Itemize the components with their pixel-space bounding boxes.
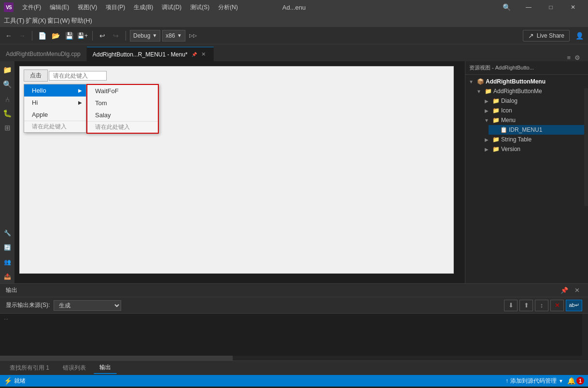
maximize-button[interactable]: □ <box>540 0 562 14</box>
right-panel: 资源视图 - AddRightButto... ▼ 📦 AddRightButt… <box>465 61 588 283</box>
idr-file-icon: 📋 <box>499 126 508 134</box>
output-close-button[interactable]: ✕ <box>572 285 582 296</box>
output-action-1[interactable]: ⬇ <box>504 300 518 311</box>
toolbar-right: ↗ Live Share 👤 <box>523 30 585 42</box>
activity-debug[interactable]: 🐛 <box>0 107 14 120</box>
output-action-4[interactable]: ✕ <box>550 300 564 311</box>
output-action-3[interactable]: ↕ <box>535 300 548 311</box>
menu-build[interactable]: 生成(B) <box>130 2 157 13</box>
top-menu-input[interactable] <box>49 71 107 81</box>
tree-icon-label: Icon <box>501 107 512 114</box>
right-panel-scrollbar[interactable] <box>584 88 588 206</box>
menu-item-hello[interactable]: Hello ▶ <box>24 84 86 97</box>
tree-menu-item[interactable]: ▼ 📁 Menu <box>481 115 588 125</box>
output-content: ... <box>0 314 588 360</box>
search-btn[interactable]: 🔍 <box>499 2 515 13</box>
account-button[interactable]: 👤 <box>574 30 585 42</box>
tree-root-item[interactable]: ▼ 📦 AddRightButtonMenu <box>465 77 588 86</box>
menu-edit[interactable]: 编辑(E) <box>46 2 73 13</box>
root-icon: 📦 <box>476 78 485 85</box>
vs-logo: VS <box>4 2 14 12</box>
activity-search[interactable]: 🔍 <box>0 78 14 91</box>
output-h-scrollbar-thumb[interactable] <box>0 356 233 360</box>
tab-menu[interactable]: AddRightButton...R_MENU1 - Menu* 📌 ✕ <box>87 47 214 61</box>
activity-bottom-2[interactable]: 🔄 <box>0 241 14 254</box>
menu-item-apple[interactable]: Apple <box>24 109 86 121</box>
string-table-arrow: ▶ <box>483 137 490 142</box>
menu-tools[interactable]: 工具(T) <box>4 16 25 25</box>
tree-root-label: AddRightButtonMenu <box>486 78 546 85</box>
tree-project-item[interactable]: ▼ 📁 AddRightButtonMe <box>473 86 588 96</box>
menu-bottom-input[interactable]: 请在此处键入 <box>24 121 86 132</box>
activity-explorer[interactable]: 📁 <box>0 63 14 77</box>
menu-test[interactable]: 测试(S) <box>186 2 213 13</box>
bottom-tab-output[interactable]: 输出 <box>94 362 117 374</box>
activity-bottom-4[interactable]: 📤 <box>0 270 14 283</box>
output-action-2[interactable]: ⬆ <box>519 300 533 311</box>
tree-version-item[interactable]: ▶ 📁 Version <box>481 144 588 154</box>
menu-window[interactable]: 窗口(W) <box>47 16 70 25</box>
close-button[interactable]: ✕ <box>562 0 584 14</box>
save-button[interactable]: 💾 <box>63 30 75 42</box>
save-all-button[interactable]: 💾+ <box>77 30 88 42</box>
back-button[interactable]: ← <box>3 30 14 42</box>
open-button[interactable]: 📂 <box>50 30 61 42</box>
submenu-item-tom[interactable]: Tom <box>87 97 158 109</box>
undo-button[interactable]: ↩ <box>97 30 108 42</box>
output-h-scrollbar-track[interactable] <box>0 356 582 360</box>
menu-item-hi[interactable]: Hi ▶ <box>24 97 86 109</box>
menu-analyze[interactable]: 分析(N) <box>214 2 242 13</box>
bottom-tabs: 查找所有引用 1 错误列表 输出 <box>0 360 588 375</box>
tab-close-button[interactable]: ✕ <box>200 51 208 58</box>
tab-cpp-label: AddRightButtonMenuDlg.cpp <box>6 51 81 57</box>
tree-string-table-label: String Table <box>501 136 532 143</box>
status-lightning-icon: ⚡ <box>4 377 12 385</box>
status-source-control[interactable]: ↑ 添加到源代码管理 ▼ <box>505 377 563 385</box>
activity-git[interactable]: ⑃ <box>0 92 14 106</box>
tree-idr-menu1-item[interactable]: 📋 IDR_MENU1 <box>489 125 588 135</box>
live-share-button[interactable]: ↗ Live Share <box>523 30 570 42</box>
forward-button[interactable]: → <box>16 30 28 42</box>
tab-settings-button[interactable]: ⚙ <box>574 54 580 61</box>
output-source-select[interactable]: 生成 <box>54 300 121 311</box>
menu-view[interactable]: 视图(V) <box>74 2 101 13</box>
output-title-label: 输出 <box>6 286 17 294</box>
more-toolbar-button[interactable]: ▷▷ <box>187 30 199 42</box>
click-button[interactable]: 点击 <box>24 69 48 82</box>
menu-file[interactable]: 文件(F) <box>18 2 45 13</box>
bottom-tab-findall[interactable]: 查找所有引用 1 <box>4 362 55 374</box>
activity-extensions[interactable]: ⊞ <box>0 121 14 135</box>
submenu-item-waitfof[interactable]: WaitFoF <box>87 85 158 97</box>
redo-button[interactable]: ↪ <box>110 30 122 42</box>
notification-badge: 1 <box>576 377 584 385</box>
tab-cpp[interactable]: AddRightButtonMenuDlg.cpp <box>0 47 87 61</box>
tree-icon-item[interactable]: ▶ 📁 Icon <box>481 106 588 115</box>
status-left: ⚡ 就绪 <box>4 377 26 385</box>
output-v-scrollbar[interactable] <box>582 314 588 360</box>
activity-bottom-3[interactable]: 👥 <box>0 255 14 269</box>
tab-menu-label: AddRightButton...R_MENU1 - Menu* <box>93 51 188 58</box>
tree-string-table-item[interactable]: ▶ 📁 String Table <box>481 135 588 144</box>
submenu-bottom-input[interactable]: 请在此处键入 <box>87 121 158 133</box>
menu-children: 📋 IDR_MENU1 <box>481 125 588 135</box>
menu-extensions[interactable]: 扩展(X) <box>26 16 46 25</box>
tab-toolbar: ≡ ⚙ <box>567 54 588 61</box>
menu-debug[interactable]: 调试(D) <box>158 2 185 13</box>
tab-overflow-button[interactable]: ≡ <box>567 54 571 61</box>
activity-bottom-1[interactable]: 🔧 <box>0 226 14 240</box>
submenu-item-salay[interactable]: Salay <box>87 109 158 121</box>
dialog-arrow: ▶ <box>483 98 490 104</box>
minimize-button[interactable]: — <box>518 0 540 14</box>
debug-config-dropdown[interactable]: Debug ▼ <box>130 30 160 42</box>
status-right: ↑ 添加到源代码管理 ▼ 🔔 1 <box>505 377 584 385</box>
output-wrap-button[interactable]: ab↵ <box>566 300 582 311</box>
menu-project[interactable]: 项目(P) <box>102 2 129 13</box>
bottom-tab-errorlist[interactable]: 错误列表 <box>57 362 92 374</box>
new-file-button[interactable]: 📄 <box>36 30 48 42</box>
tree-dialog-item[interactable]: ▶ 📁 Dialog <box>481 96 588 106</box>
status-notifications[interactable]: 🔔 1 <box>567 377 584 385</box>
output-pin-button[interactable]: 📌 <box>559 285 570 296</box>
platform-dropdown[interactable]: x86 ▼ <box>162 30 185 42</box>
output-panel: 输出 📌 ✕ 显示输出来源(S): 生成 ⬇ ⬆ ↕ ✕ ab↵ ... <box>0 283 588 360</box>
menu-help[interactable]: 帮助(H) <box>71 16 92 25</box>
